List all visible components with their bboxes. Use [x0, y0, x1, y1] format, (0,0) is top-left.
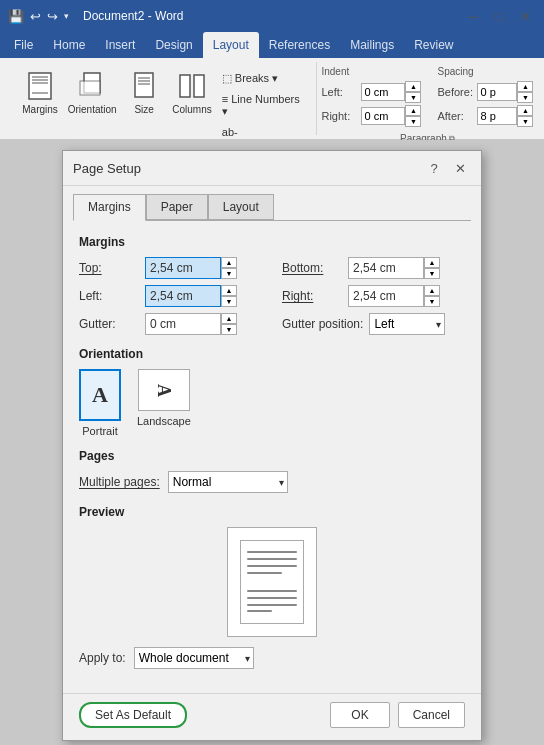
- top-down[interactable]: ▼: [221, 268, 237, 279]
- gutter-position-row: Gutter position: Left Top: [282, 313, 465, 335]
- margins-icon: [24, 70, 56, 102]
- indent-right-row: Right: ▲▼: [321, 105, 421, 127]
- spacing-before-down[interactable]: ▼: [517, 92, 533, 103]
- save-icon[interactable]: 💾: [8, 9, 24, 24]
- dialog-close-button[interactable]: ✕: [449, 157, 471, 179]
- spacing-before-spinbox[interactable]: ▲▼: [477, 81, 533, 103]
- spacing-before-up[interactable]: ▲: [517, 81, 533, 92]
- right-down[interactable]: ▼: [424, 296, 440, 307]
- set-as-default-button[interactable]: Set As Default: [79, 702, 187, 728]
- pages-section: Pages Multiple pages: Normal Mirror marg…: [79, 449, 465, 493]
- landscape-option[interactable]: A Landscape: [137, 369, 191, 437]
- dialog-content: Margins Top: ▲▼ Bottom: ▲▼: [63, 221, 481, 693]
- undo-icon[interactable]: ↩: [30, 9, 41, 24]
- tab-mailings[interactable]: Mailings: [340, 32, 404, 58]
- line-numbers-label: ≡ Line Numbers ▾: [222, 93, 302, 118]
- left-up[interactable]: ▲: [221, 285, 237, 296]
- customize-icon[interactable]: ▾: [64, 11, 69, 21]
- bottom-margin-row: Bottom: ▲▼: [282, 257, 465, 279]
- tab-review[interactable]: Review: [404, 32, 463, 58]
- ok-button[interactable]: OK: [330, 702, 389, 728]
- close-window-button[interactable]: ✕: [514, 5, 536, 27]
- ribbon-tabs: File Home Insert Design Layout Reference…: [0, 32, 544, 58]
- preview-line-7: [247, 604, 297, 606]
- top-spinbox[interactable]: ▲▼: [145, 257, 237, 279]
- document-title: Document2 - Word: [83, 9, 183, 23]
- indent-right-down[interactable]: ▼: [405, 116, 421, 127]
- preview-section: Preview: [79, 505, 465, 637]
- spacing-before-row: Before: ▲▼: [437, 81, 533, 103]
- preview-box: [227, 527, 317, 637]
- indent-left-down[interactable]: ▼: [405, 92, 421, 103]
- gutter-label: Gutter:: [79, 317, 139, 331]
- margins-label: Margins: [22, 104, 58, 115]
- redo-icon[interactable]: ↪: [47, 9, 58, 24]
- main-area: Page Setup ? ✕ Margins Paper Layout Marg…: [0, 140, 544, 745]
- gutter-down[interactable]: ▼: [221, 324, 237, 335]
- size-button[interactable]: Size: [122, 66, 166, 119]
- spacing-after-up[interactable]: ▲: [517, 105, 533, 116]
- line-numbers-button[interactable]: ≡ Line Numbers ▾: [218, 91, 306, 120]
- breaks-button[interactable]: ⬚ Breaks ▾: [218, 70, 306, 87]
- dialog-help-button[interactable]: ?: [423, 157, 445, 179]
- preview-label: Preview: [79, 505, 465, 519]
- tab-design[interactable]: Design: [145, 32, 202, 58]
- right-spinbox[interactable]: ▲▼: [348, 285, 440, 307]
- bottom-down[interactable]: ▼: [424, 268, 440, 279]
- apply-to-select-wrap: Whole document This section This point f…: [134, 647, 254, 669]
- indent-left-spinbox[interactable]: 0 cm ▲▼: [361, 81, 421, 103]
- tab-paper[interactable]: Paper: [146, 194, 208, 220]
- spacing-before-input[interactable]: [477, 83, 517, 101]
- tab-references[interactable]: References: [259, 32, 340, 58]
- pages-section-label: Pages: [79, 449, 465, 463]
- bottom-input[interactable]: [348, 257, 424, 279]
- tab-home[interactable]: Home: [43, 32, 95, 58]
- gutter-input[interactable]: [145, 313, 221, 335]
- indent-right-spinbox[interactable]: ▲▼: [361, 105, 421, 127]
- tab-margins[interactable]: Margins: [73, 194, 146, 221]
- indent-left-input[interactable]: 0 cm: [361, 83, 405, 101]
- right-up[interactable]: ▲: [424, 285, 440, 296]
- spacing-after-input[interactable]: [477, 107, 517, 125]
- maximize-button[interactable]: □: [488, 5, 510, 27]
- title-bar-left: 💾 ↩ ↪ ▾ Document2 - Word: [8, 9, 183, 24]
- tab-insert[interactable]: Insert: [95, 32, 145, 58]
- indent-right-input[interactable]: [361, 107, 405, 125]
- columns-button[interactable]: Columns: [168, 66, 216, 119]
- spacing-after-down[interactable]: ▼: [517, 116, 533, 127]
- gutter-position-select-wrap: Left Top: [369, 313, 445, 335]
- gutter-spinbox[interactable]: ▲▼: [145, 313, 237, 335]
- indent-left-up[interactable]: ▲: [405, 81, 421, 92]
- tab-file[interactable]: File: [4, 32, 43, 58]
- margins-button[interactable]: Margins: [18, 66, 62, 119]
- minimize-button[interactable]: ─: [462, 5, 484, 27]
- portrait-option[interactable]: A Portrait: [79, 369, 121, 437]
- left-spinbox[interactable]: ▲▼: [145, 285, 237, 307]
- top-input[interactable]: [145, 257, 221, 279]
- apply-to-select[interactable]: Whole document This section This point f…: [134, 647, 254, 669]
- left-input[interactable]: [145, 285, 221, 307]
- gutter-position-select[interactable]: Left Top: [369, 313, 445, 335]
- window-controls: ─ □ ✕: [462, 5, 536, 27]
- preview-line-5: [247, 590, 297, 592]
- orientation-button[interactable]: Orientation: [64, 66, 120, 119]
- spacing-after-spinbox[interactable]: ▲▼: [477, 105, 533, 127]
- cancel-button[interactable]: Cancel: [398, 702, 465, 728]
- right-input[interactable]: [348, 285, 424, 307]
- breaks-label: ⬚ Breaks ▾: [222, 72, 278, 85]
- bottom-up[interactable]: ▲: [424, 257, 440, 268]
- svg-rect-7: [135, 73, 153, 97]
- gutter-up[interactable]: ▲: [221, 313, 237, 324]
- bottom-spinbox[interactable]: ▲▼: [348, 257, 440, 279]
- indent-right-up[interactable]: ▲: [405, 105, 421, 116]
- gutter-row: Gutter: ▲▼: [79, 313, 262, 335]
- tab-layout[interactable]: Layout: [203, 32, 259, 58]
- tab-layout[interactable]: Layout: [208, 194, 274, 220]
- multiple-pages-select[interactable]: Normal Mirror margins 2 pages per sheet …: [168, 471, 288, 493]
- left-down[interactable]: ▼: [221, 296, 237, 307]
- columns-icon: [176, 70, 208, 102]
- spacing-after-label: After:: [437, 110, 473, 122]
- top-up[interactable]: ▲: [221, 257, 237, 268]
- portrait-box: A: [79, 369, 121, 421]
- landscape-a-icon: A: [153, 384, 174, 397]
